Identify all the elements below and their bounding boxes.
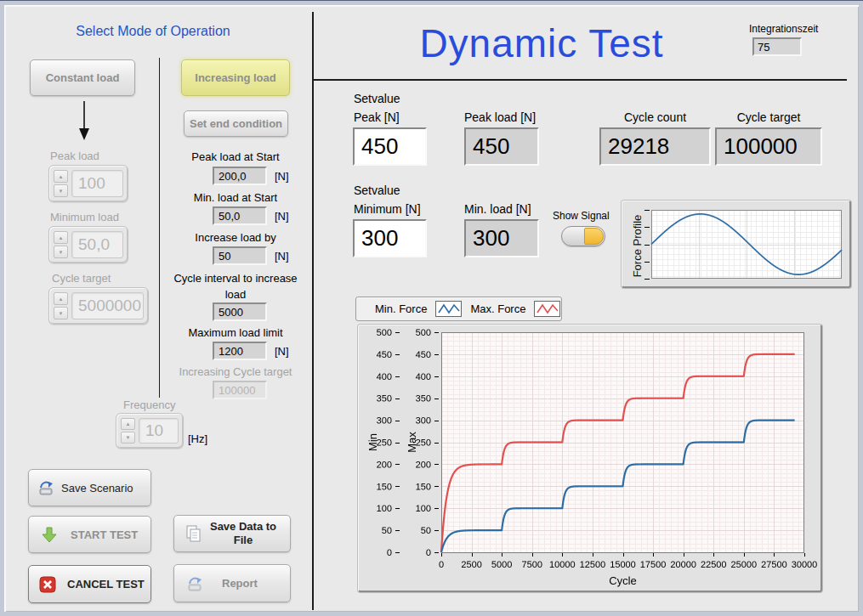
- field-label: Maximum load limit: [167, 326, 304, 339]
- increasing-load-button[interactable]: Increasing load: [181, 59, 290, 96]
- increment-icon: ▲: [54, 292, 68, 305]
- constant-load-button[interactable]: Constant load: [30, 59, 135, 96]
- show-signal-label: Show Signal: [553, 210, 610, 222]
- max-force-line-icon: [534, 301, 560, 317]
- minimum-load-value: 50,0: [71, 231, 123, 258]
- min-load-indicator: 300: [464, 219, 539, 257]
- min-force-line-icon: [435, 301, 462, 317]
- minimum-load-updown: ▲ ▼: [54, 231, 68, 258]
- frequency-value: 10: [139, 418, 179, 444]
- increasing-cycle-target-box: 100000: [213, 381, 267, 399]
- setvalue-minimum-label: Minimum [N]: [354, 202, 421, 216]
- peak-load-value: 100: [71, 170, 123, 197]
- report-label: Report: [222, 577, 258, 590]
- minimum-load-label: Minimum load: [50, 211, 119, 223]
- save-disk-icon: [37, 479, 55, 496]
- increasing-load-label: Increasing load: [195, 71, 275, 84]
- page-title: Dynamic Test: [359, 20, 724, 66]
- unit-label: [N]: [275, 345, 289, 358]
- main-panel: Select Mode of Operation Constant load P…: [4, 5, 859, 612]
- unit-label: [N]: [275, 170, 289, 183]
- force-profile-axis-label: Force Profile: [631, 208, 644, 285]
- report-button[interactable]: Report: [173, 564, 291, 602]
- min-max-force-chart-panel: [358, 325, 822, 592]
- integrationszeit-box[interactable]: 75: [752, 37, 802, 56]
- column-divider: [159, 58, 160, 398]
- frequency-spinner: ▲ ▼ 10: [116, 413, 184, 449]
- start-test-button[interactable]: START TEST: [28, 516, 151, 553]
- save-scenario-button[interactable]: Save Scenario: [28, 469, 151, 506]
- red-x-icon: [39, 576, 56, 593]
- constant-load-label: Constant load: [46, 71, 120, 84]
- toggle-knob: [584, 228, 604, 245]
- cycle-count-indicator: 29218: [599, 127, 711, 166]
- cycle-target-label: Cycle target: [52, 272, 111, 285]
- field-label: Min. load at Start: [167, 191, 304, 204]
- save-data-button[interactable]: Save Data to File: [173, 515, 291, 552]
- min-load-n-label: Min. load [N]: [464, 202, 531, 216]
- min-max-force-chart: [360, 326, 820, 591]
- field-label: Peak load at Start: [167, 150, 304, 163]
- setvalue-minimum-input[interactable]: 300: [353, 219, 427, 257]
- start-test-label: START TEST: [71, 528, 138, 541]
- cycle-target-spinner: ▲ ▼ 5000000: [48, 287, 149, 325]
- main-divider: [312, 12, 314, 610]
- documents-icon: [185, 524, 203, 543]
- peak-load-indicator: 450: [464, 127, 539, 166]
- cycle-target-value: 5000000: [71, 292, 144, 319]
- increment-icon: ▲: [121, 418, 135, 430]
- force-profile-chart: [643, 207, 845, 282]
- field-label: Increase load by: [167, 231, 304, 244]
- app-window: Select Mode of Operation Constant load P…: [0, 0, 863, 616]
- cycle-interval-box[interactable]: 5000: [213, 302, 267, 321]
- set-end-condition-label: Set end condition: [190, 117, 282, 130]
- frequency-unit-label: [Hz]: [188, 432, 207, 445]
- force-profile-panel: Force Profile: [622, 201, 851, 288]
- unit-label: [N]: [275, 250, 289, 263]
- decrement-icon: ▼: [54, 246, 68, 258]
- cancel-test-label: CANCEL TEST: [67, 578, 145, 591]
- setvalue-label: Setvalue: [354, 184, 400, 197]
- cycle-target-updown: ▲ ▼: [54, 292, 68, 319]
- maximum-load-limit-box[interactable]: 1200: [213, 342, 267, 360]
- legend-max-force-label: Max. Force: [470, 302, 525, 315]
- setvalue-peak-label: Peak [N]: [354, 110, 400, 124]
- save-data-label: Save Data to File: [209, 520, 277, 548]
- peak-load-spinner: ▲ ▼ 100: [48, 165, 128, 202]
- setvalue-peak-input[interactable]: 450: [353, 127, 427, 166]
- setvalue-label: Setvalue: [354, 92, 400, 105]
- field-label: Increasing Cycle target: [167, 365, 304, 378]
- flow-arrow-down-icon: [77, 100, 91, 141]
- increase-load-by-box[interactable]: 50: [213, 246, 267, 265]
- increment-icon: ▲: [54, 170, 68, 183]
- minimum-load-spinner: ▲ ▼ 50,0: [48, 226, 128, 263]
- green-down-arrow-icon: [41, 527, 58, 543]
- cycle-target-indicator: 100000: [715, 127, 822, 166]
- legend-min-force-label: Min. Force: [375, 302, 427, 315]
- report-disk-icon: [186, 575, 204, 592]
- min-load-at-start-box[interactable]: 50,0: [213, 206, 267, 225]
- peak-load-label: Peak load: [50, 150, 99, 162]
- decrement-icon: ▼: [54, 184, 68, 197]
- decrement-icon: ▼: [54, 307, 68, 319]
- cancel-test-button[interactable]: CANCEL TEST: [28, 565, 151, 603]
- save-scenario-label: Save Scenario: [61, 482, 133, 494]
- frequency-label: Frequency: [123, 398, 175, 411]
- cycle-target-display-label: Cycle target: [715, 110, 822, 124]
- set-end-condition-button[interactable]: Set end condition: [184, 110, 288, 137]
- peak-load-at-start-box[interactable]: 200,0: [213, 167, 267, 185]
- decrement-icon: ▼: [121, 432, 135, 444]
- increment-icon: ▲: [54, 231, 68, 244]
- cycle-count-label: Cycle count: [599, 110, 711, 124]
- chart-legend: Min. Force Max. Force: [355, 297, 562, 321]
- title-underline: [313, 79, 847, 81]
- frequency-updown: ▲ ▼: [121, 418, 135, 444]
- peak-load-n-label: Peak load [N]: [464, 110, 536, 124]
- unit-label: [N]: [275, 210, 289, 223]
- mode-section-header: Select Mode of Operation: [30, 24, 276, 39]
- field-label: Cycle interval to increase load: [167, 271, 304, 303]
- integrationszeit-label: Integrationszeit: [749, 23, 818, 35]
- peak-load-updown: ▲ ▼: [54, 170, 68, 197]
- show-signal-toggle[interactable]: [561, 226, 605, 246]
